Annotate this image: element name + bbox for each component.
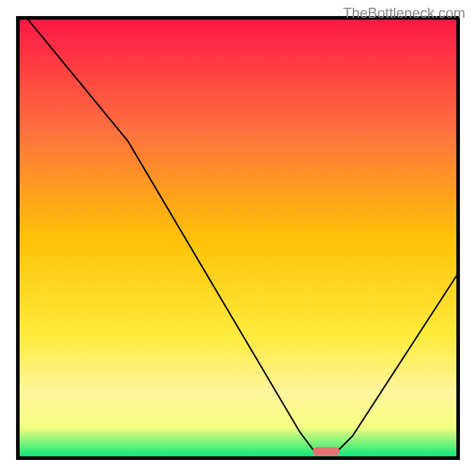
target-marker — [313, 447, 339, 456]
chart-root: TheBottleneck.com — [0, 0, 476, 476]
plot-background — [18, 18, 458, 458]
attribution-label: TheBottleneck.com — [343, 5, 465, 21]
chart-svg — [0, 0, 476, 476]
